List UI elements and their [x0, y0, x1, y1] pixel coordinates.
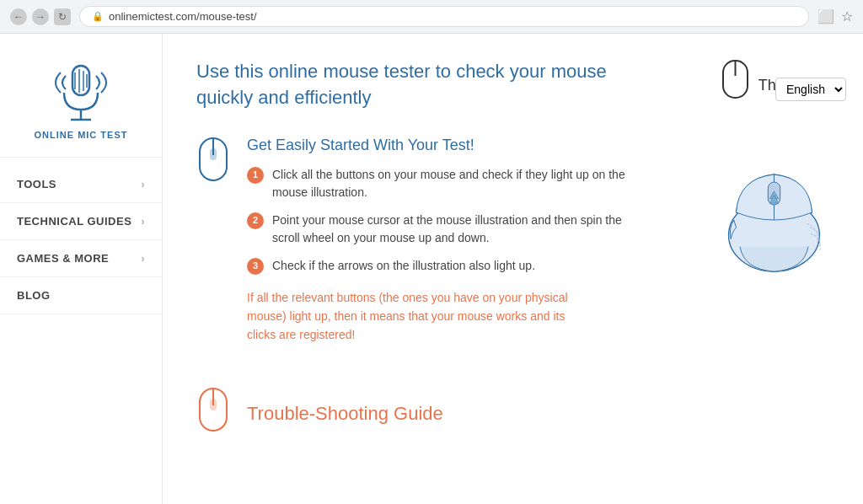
url-text: onlinemictest.com/mouse-test/ [109, 10, 257, 23]
sidebar-item-blog[interactable]: BLOG [0, 277, 162, 314]
troubleshoot-title: Trouble-Shooting Guide [247, 403, 443, 425]
step-2: 2 Point your mouse cursor at the mouse i… [247, 212, 644, 247]
language-dropdown[interactable]: English [775, 78, 846, 101]
svg-rect-12 [210, 399, 217, 410]
refresh-button[interactable]: ↻ [54, 8, 71, 25]
steps-list: 1 Click all the buttons on your mouse an… [247, 166, 644, 275]
step-3-number: 3 [247, 258, 264, 275]
tools-label: TOOLS [17, 178, 56, 190]
main-content: Use this online mouse tester to check yo… [163, 34, 678, 504]
browser-chrome: ← → ↻ 🔒 onlinemictest.com/mouse-test/ ⬜ … [0, 0, 863, 34]
success-message: If all the relevant buttons (the ones yo… [247, 288, 584, 345]
forward-button[interactable]: → [32, 8, 49, 25]
step-3: 3 Check if the arrows on the illustratio… [247, 257, 644, 275]
technical-guides-label: TECHNICAL GUIDES [17, 215, 131, 228]
address-bar[interactable]: 🔒 onlinemictest.com/mouse-test/ [79, 6, 809, 27]
step-1-text: Click all the buttons on your mouse and … [272, 166, 644, 201]
browser-controls: ← → ↻ [10, 8, 71, 25]
back-button[interactable]: ← [10, 8, 27, 25]
troubleshoot-mouse-icon [196, 387, 230, 441]
mouse-illustration[interactable] [694, 137, 846, 288]
cast-button[interactable]: ⬜ [817, 8, 834, 24]
step-2-text: Point your mouse cursor at the mouse ill… [272, 212, 644, 247]
step-1-number: 1 [247, 167, 264, 184]
bookmark-button[interactable]: ☆ [841, 8, 853, 24]
troubleshoot-section: Trouble-Shooting Guide [196, 370, 644, 441]
get-started-heading: Get Easily Started With Your Test! [247, 137, 644, 154]
lock-icon: 🔒 [92, 11, 104, 22]
page-title: Use this online mouse tester to check yo… [196, 59, 644, 111]
right-panel: The Test: [678, 34, 863, 504]
step-2-number: 2 [247, 212, 264, 229]
technical-guides-chevron-icon: › [142, 216, 146, 228]
mouse-icon-small [196, 137, 230, 190]
blog-label: BLOG [17, 289, 51, 302]
sidebar-item-tools[interactable]: TOOLS › [0, 166, 162, 203]
get-started-content: Get Easily Started With Your Test! 1 Cli… [247, 137, 644, 345]
games-more-chevron-icon: › [142, 253, 146, 265]
logo-area: ONLINE MIC TEST [0, 51, 162, 158]
logo-text: ONLINE MIC TEST [35, 130, 128, 140]
language-selector[interactable]: English [775, 78, 846, 101]
browser-actions: ⬜ ☆ [817, 8, 853, 24]
games-more-label: GAMES & MORE [17, 252, 109, 265]
step-1: 1 Click all the buttons on your mouse an… [247, 166, 644, 201]
sidebar: ONLINE MIC TEST TOOLS › TECHNICAL GUIDES… [0, 34, 163, 504]
svg-rect-9 [210, 148, 217, 160]
step-3-text: Check if the arrows on the illustration … [272, 257, 535, 275]
get-started-section: Get Easily Started With Your Test! 1 Cli… [196, 137, 644, 345]
tools-chevron-icon: › [142, 179, 146, 190]
logo-icon [47, 59, 115, 126]
sidebar-item-technical-guides[interactable]: TECHNICAL GUIDES › [0, 203, 162, 240]
test-mouse-icon-small [721, 59, 750, 103]
sidebar-item-games-more[interactable]: GAMES & MORE › [0, 240, 162, 277]
logo-svg [47, 59, 115, 126]
